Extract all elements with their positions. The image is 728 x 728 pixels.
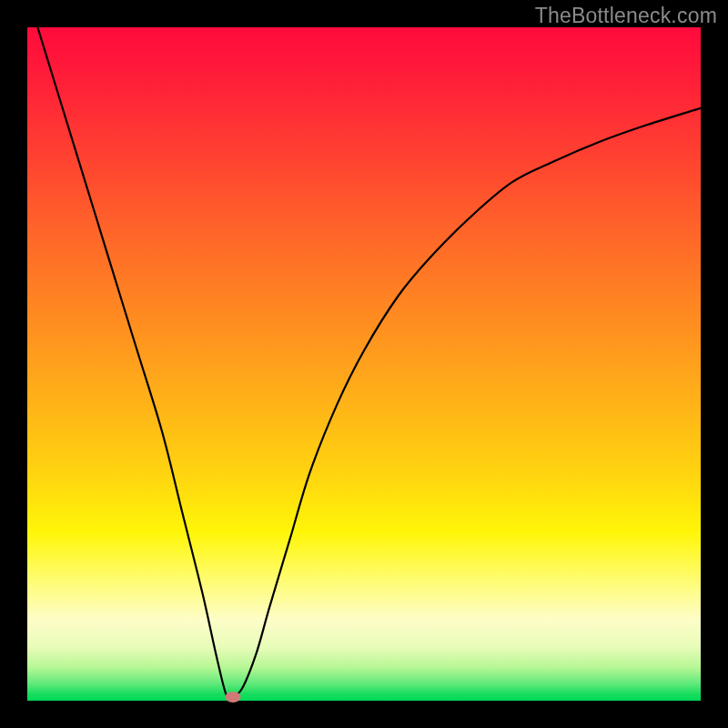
chart-frame: TheBottleneck.com — [0, 0, 728, 728]
watermark-text: TheBottleneck.com — [535, 4, 717, 28]
bottleneck-curve — [27, 27, 701, 701]
plot-area — [27, 27, 701, 701]
minimum-marker — [225, 692, 240, 703]
